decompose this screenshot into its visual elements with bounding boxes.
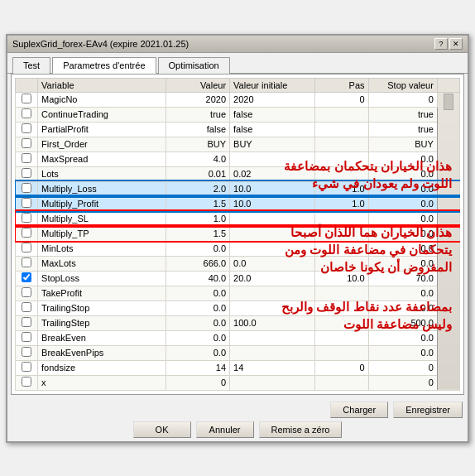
row-checkbox[interactable] [22,272,31,282]
row-val[interactable]: 0.0 [166,315,229,330]
row-checkbox[interactable] [22,243,31,252]
row-pas [315,137,368,151]
row-checkbox[interactable] [22,317,31,327]
row-val[interactable]: 0.01 [166,166,229,181]
row-val[interactable]: false [166,122,229,137]
row-stop: 0.0 [368,181,437,196]
help-button[interactable]: ? [434,38,448,50]
table-container: Variable Valeur Valeur initiale Pas Stop… [15,78,460,391]
annuler-button[interactable]: Annuler [196,421,254,438]
row-val[interactable]: 0.0 [166,286,229,301]
row-val[interactable]: 4.0 [166,151,229,166]
row-val[interactable]: 1.5 [166,196,229,211]
row-checkbox[interactable] [22,123,31,133]
row-stop: 0.0 [368,345,437,360]
row-init: 100.0 [230,315,315,330]
row-stop: 0.0 [368,196,437,211]
row-init: 10.0 [230,196,315,211]
row-var: Multiply_TP [38,226,166,241]
row-pas: 10.0 [315,271,368,286]
close-button[interactable]: ✕ [449,38,463,50]
row-init [230,211,315,226]
table-row: Multiply_Profit 1.5 10.0 1.0 0.0 [16,196,460,211]
row-checkbox[interactable] [22,302,31,312]
row-var: TakeProfit [38,286,166,301]
row-init: BUY [230,137,315,151]
row-checkbox[interactable] [22,377,31,387]
row-stop: BUY [368,137,437,151]
table-row: TrailingStop 0.0 0.0 [16,301,460,315]
enregistrer-button[interactable]: Enregistrer [393,401,463,418]
row-val[interactable]: true [166,107,229,122]
charger-button[interactable]: Charger [330,401,388,418]
row-checkbox[interactable] [22,153,31,163]
row-init [230,301,315,315]
ok-button[interactable]: OK [133,421,191,438]
row-pas [315,256,368,271]
row-stop: 0.0 [368,286,437,301]
row-checkbox[interactable] [22,257,31,267]
row-stop: true [368,122,437,137]
row-checkbox[interactable] [22,287,31,297]
row-checkbox[interactable] [22,108,31,118]
row-val[interactable]: 666.0 [166,256,229,271]
main-window: SuplexGrid_forex-EAv4 (expire 2021.01.25… [6,34,469,443]
row-checkbox[interactable] [22,198,31,208]
row-val[interactable]: 1.5 [166,226,229,241]
row-stop: 0 [368,360,437,375]
titlebar-buttons: ? ✕ [434,38,463,50]
scrollbar[interactable] [437,92,459,390]
row-val[interactable]: 0.0 [166,345,229,360]
row-val[interactable]: 0 [166,375,229,390]
row-checkbox[interactable] [22,332,31,342]
tab-parametres[interactable]: Parametres d'entrée [52,57,156,74]
tab-test[interactable]: Test [12,57,50,74]
row-stop: 0.0 [368,166,437,181]
row-checkbox[interactable] [22,228,31,238]
row-var: First_Order [38,137,166,151]
row-var: Lots [38,166,166,181]
tab-optimisation[interactable]: Optimisation [158,57,230,74]
row-var: TrailingStep [38,315,166,330]
row-init: 0.02 [230,166,315,181]
button-row-1: Charger Enregistrer [12,401,463,418]
row-val[interactable]: 40.0 [166,271,229,286]
row-val[interactable]: 14 [166,360,229,375]
row-pas [315,345,368,360]
row-pas [315,286,368,301]
row-checkbox[interactable] [22,213,31,223]
titlebar: SuplexGrid_forex-EAv4 (expire 2021.01.25… [7,36,468,53]
row-checkbox[interactable] [22,362,31,372]
row-val[interactable]: 0.0 [166,241,229,256]
row-var: MaxLots [38,256,166,271]
row-val[interactable]: BUY [166,137,229,151]
row-val[interactable]: 2020 [166,92,229,107]
remise-button[interactable]: Remise a zéro [259,421,343,438]
row-val[interactable]: 1.0 [166,211,229,226]
row-init [230,375,315,390]
row-val[interactable]: 0.0 [166,330,229,345]
row-checkbox[interactable] [22,168,31,178]
row-checkbox[interactable] [22,94,31,103]
col-check [16,78,38,92]
row-pas [315,315,368,330]
row-pas [315,375,368,390]
row-pas [315,107,368,122]
row-checkbox[interactable] [22,347,31,357]
bottom-area: Charger Enregistrer OK Annuler Remise a … [7,398,468,441]
row-checkbox[interactable] [22,138,31,148]
row-stop: 0 [368,375,437,390]
row-var: TrailingStop [38,301,166,315]
row-pas [315,151,368,166]
col-pas: Pas [315,78,368,92]
col-valeur-initiale: Valeur initiale [230,78,315,92]
row-val[interactable]: 2.0 [166,181,229,196]
window-title: SuplexGrid_forex-EAv4 (expire 2021.01.25… [12,39,189,49]
table-row: Lots 0.01 0.02 0.0 [16,166,460,181]
table-row: MagicNo 2020 2020 0 0 [16,92,460,107]
table-row: Multiply_SL 1.0 0.0 [16,211,460,226]
row-pas [315,211,368,226]
row-checkbox[interactable] [22,183,31,193]
row-val[interactable]: 0.0 [166,301,229,315]
row-pas [315,226,368,241]
